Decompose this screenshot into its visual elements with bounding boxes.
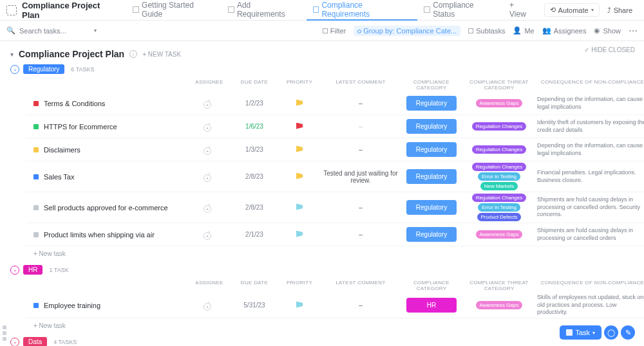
threat-pill[interactable]: Awareness Gaps	[476, 301, 523, 309]
status-square[interactable]	[33, 232, 39, 237]
status-square[interactable]	[33, 303, 39, 308]
priority-flag[interactable]	[296, 204, 303, 210]
status-square[interactable]	[33, 124, 39, 129]
priority-flag[interactable]	[296, 173, 303, 179]
hide-closed-toggle[interactable]: HIDE CLOSED	[584, 46, 635, 53]
task-name[interactable]: HTTPS for Ecommerce	[26, 123, 187, 131]
task-row[interactable]: Terms & Conditions1/2/23–RegulatoryAware…	[26, 92, 644, 115]
task-name[interactable]: Disclaimers	[26, 146, 187, 154]
new-task-fab[interactable]: Task ▾	[560, 325, 601, 340]
column-header[interactable]: COMPLIANCE THREAT CATEGORY	[464, 78, 535, 92]
assignee-avatar[interactable]	[209, 301, 210, 309]
group-pill[interactable]: Data	[23, 337, 47, 346]
threat-pill[interactable]: Regulation Changes	[472, 194, 527, 202]
category-pill[interactable]: Regulatory	[406, 142, 457, 157]
add-task-button[interactable]: + New task	[10, 318, 644, 333]
task-name[interactable]: Sell products approved for e-commerce	[26, 204, 187, 212]
column-header[interactable]: LATEST COMMENT	[322, 278, 399, 293]
status-square[interactable]	[33, 205, 39, 210]
category-pill[interactable]: Regulatory	[406, 200, 457, 215]
search-input[interactable]: 🔍 Search tasks... ▾	[6, 26, 97, 35]
show-button[interactable]: ◉Show	[594, 26, 621, 35]
priority-flag[interactable]	[296, 123, 303, 129]
status-square[interactable]	[33, 174, 39, 179]
category-pill[interactable]: Regulatory	[406, 96, 457, 111]
status-square[interactable]	[33, 147, 39, 152]
column-header[interactable]: CONSEQUENCE OF NON-COMPLIANCE	[535, 78, 644, 92]
record-fab[interactable]: ◯	[604, 325, 618, 340]
due-date[interactable]: 2/8/23	[232, 204, 277, 211]
assignee-avatar[interactable]	[209, 172, 210, 181]
add-task-button[interactable]: + New task	[10, 246, 644, 261]
column-header[interactable]: DUE DATE	[232, 78, 277, 92]
latest-comment[interactable]: –	[322, 302, 399, 309]
assignee-avatar[interactable]	[209, 203, 210, 212]
column-header[interactable]: ASSIGNEE	[187, 278, 232, 293]
task-name[interactable]: Product limits when shipping via air	[26, 231, 187, 239]
priority-flag[interactable]	[296, 100, 303, 106]
latest-comment[interactable]: –	[322, 204, 399, 211]
column-header[interactable]: LATEST COMMENT	[322, 78, 399, 92]
category-pill[interactable]: HR	[406, 298, 457, 313]
task-name[interactable]: Employee training	[26, 302, 187, 309]
threat-pill[interactable]: Error in Testing	[478, 172, 520, 181]
collapse-icon[interactable]: ⌄	[10, 266, 19, 275]
task-name[interactable]: Sales Tax	[26, 173, 187, 181]
task-row[interactable]: Disclaimers1/3/23–RegulatoryRegulation C…	[26, 138, 644, 161]
share-button[interactable]: ⤴ Share	[602, 5, 638, 16]
due-date[interactable]: 5/31/23	[232, 302, 277, 309]
priority-flag[interactable]	[296, 231, 303, 237]
latest-comment[interactable]: Tested and just waiting for review.	[322, 170, 399, 184]
due-date[interactable]: 1/6/23	[232, 123, 277, 130]
task-row[interactable]: HTTPS for Ecommerce1/6/23–RegulatoryRegu…	[26, 115, 644, 138]
task-row[interactable]: Sales Tax2/8/23Tested and just waiting f…	[26, 161, 644, 192]
tab-compliance-requirements[interactable]: Compliance Requirements	[307, 0, 418, 21]
tab-getting-started-guide[interactable]: Getting Started Guide	[126, 0, 222, 21]
filter-button[interactable]: Filter	[323, 27, 346, 35]
subtasks-button[interactable]: Subtasks	[468, 27, 505, 35]
category-pill[interactable]: Regulatory	[406, 169, 457, 184]
caret-down-icon[interactable]: ▾	[10, 51, 14, 58]
status-square[interactable]	[33, 101, 39, 106]
column-header[interactable]: ASSIGNEE	[187, 78, 232, 92]
new-task-button[interactable]: + NEW TASK	[142, 51, 181, 58]
priority-flag[interactable]	[296, 302, 303, 308]
assignee-avatar[interactable]	[209, 99, 210, 107]
threat-pill[interactable]: Awareness Gaps	[476, 99, 523, 107]
column-header[interactable]: COMPLIANCE THREAT CATEGORY	[464, 278, 535, 293]
collapse-icon[interactable]: ⌄	[10, 338, 19, 346]
task-row[interactable]: Employee training5/31/23–HRAwareness Gap…	[26, 293, 644, 318]
threat-pill[interactable]: Error in Testing	[478, 203, 520, 212]
task-row[interactable]: Sell products approved for e-commerce2/8…	[26, 192, 644, 223]
threat-pill[interactable]: Regulation Changes	[472, 145, 527, 154]
tab--view[interactable]: + View	[503, 0, 539, 21]
group-pill[interactable]: Regulatory	[23, 64, 64, 74]
latest-comment[interactable]: –	[322, 146, 399, 153]
assignees-button[interactable]: 👥Assignees	[542, 26, 587, 35]
column-header[interactable]: PRIORITY	[277, 278, 322, 293]
due-date[interactable]: 2/1/23	[232, 231, 277, 238]
category-pill[interactable]: Regulatory	[406, 119, 457, 134]
assignee-avatar[interactable]	[209, 145, 210, 154]
assignee-avatar[interactable]	[209, 122, 210, 131]
assignee-avatar[interactable]	[209, 230, 210, 239]
threat-pill[interactable]: Awareness Gaps	[476, 230, 523, 239]
priority-flag[interactable]	[296, 146, 303, 152]
due-date[interactable]: 1/3/23	[232, 146, 277, 153]
column-header[interactable]: PRIORITY	[277, 78, 322, 92]
tab-add-requirements[interactable]: Add Requirements	[222, 0, 306, 21]
automate-button[interactable]: ⟲ Automate ▾	[544, 3, 600, 17]
threat-pill[interactable]: Regulation Changes	[472, 163, 527, 171]
category-pill[interactable]: Regulatory	[406, 227, 457, 242]
more-icon[interactable]: ⋯	[629, 26, 638, 36]
column-header[interactable]: COMPLIANCE CATEGORY	[399, 78, 464, 92]
threat-pill[interactable]: Regulation Changes	[472, 122, 527, 131]
task-row[interactable]: Product limits when shipping via air2/1/…	[26, 223, 644, 246]
info-icon[interactable]: i	[129, 50, 137, 58]
column-header[interactable]: DUE DATE	[232, 278, 277, 293]
group-pill[interactable]: HR	[23, 265, 43, 275]
groupby-chip[interactable]: Group by: Compliance Cate...	[354, 26, 460, 36]
threat-pill[interactable]: Product Defects	[477, 213, 522, 221]
me-button[interactable]: 👤Me	[513, 26, 534, 35]
latest-comment[interactable]: –	[322, 100, 399, 107]
